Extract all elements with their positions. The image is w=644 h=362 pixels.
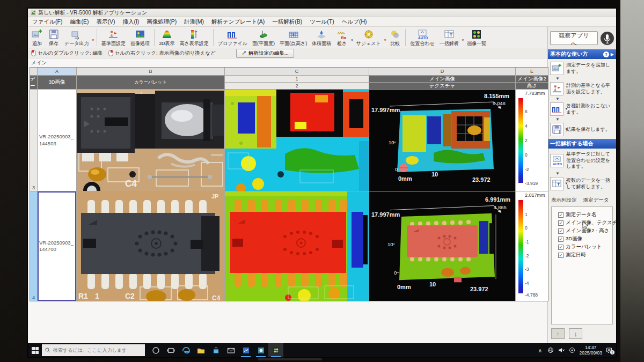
suggest-button[interactable]: サジェスト <box>354 28 383 48</box>
column-header-e[interactable]: E <box>516 68 548 75</box>
guide-step-add[interactable]: 測定データを追加します。 <box>549 61 615 76</box>
cell-name-row3[interactable]: VR-20250903_144503 <box>38 90 76 191</box>
store-button[interactable] <box>208 343 223 357</box>
menu-template[interactable]: 解析テンプレート(A) <box>211 18 265 26</box>
save-button[interactable]: 保存 <box>46 28 62 48</box>
network-icon[interactable] <box>547 346 554 354</box>
header-color-palette[interactable]: カラーパレット <box>77 76 224 89</box>
volume-muted-icon[interactable] <box>558 346 565 354</box>
header-measure-data-name[interactable]: 測定データ名 <box>30 76 37 89</box>
grid-corner[interactable] <box>30 68 37 75</box>
suggest-dropdown[interactable]: ▾ <box>384 38 387 42</box>
taskbar-search-box[interactable] <box>42 344 145 356</box>
checkbox-measure-datetime[interactable]: ✓測定日時 <box>558 252 611 258</box>
menu-batch-analysis[interactable]: 一括解析(B) <box>272 18 302 26</box>
guide-step-save[interactable]: ▾ 結果を保存します。 <box>549 122 615 137</box>
checkbox-measure-data-name[interactable]: ✓測定データ名 <box>558 211 611 218</box>
cell-3d-row3[interactable]: 17.997mm 8.155mm 9.048 10 0 0mm 10 23.97… <box>369 90 515 191</box>
view-3d-button[interactable]: 3D表示 <box>157 28 177 48</box>
cell-height-row4[interactable] <box>225 191 369 301</box>
move-up-button[interactable]: ↑ <box>551 328 565 339</box>
row-number-1[interactable]: 1 <box>225 76 369 82</box>
action-center-icon[interactable]: 1 <box>605 346 613 354</box>
defender-icon[interactable] <box>568 346 576 354</box>
column-header-d[interactable]: D <box>369 68 515 75</box>
voice-assistant-icon[interactable] <box>601 32 614 45</box>
checkbox-color-palette[interactable]: ✓カラーパレット <box>558 243 611 250</box>
batch-analysis-button[interactable]: 一括解析 <box>437 28 461 48</box>
profile-button[interactable]: プロファイル <box>216 28 250 48</box>
menu-help[interactable]: ヘルプ(H) <box>342 18 367 26</box>
batch-step-analyze[interactable]: ▾ 複数のデータを一括して解析します。 <box>549 176 615 191</box>
cell-palette-row4[interactable]: 2.017mm 1 0 -1 -2 -3 -4 -4.788 <box>516 191 548 301</box>
edit-analysis-settings-button[interactable]: 解析設定の編集... <box>236 49 294 58</box>
cell-name-row4-selected[interactable]: VR-20250903_144700 <box>38 191 76 301</box>
help-icon[interactable]: ? <box>603 51 609 57</box>
batch-analysis-dropdown[interactable]: ▾ <box>462 38 465 42</box>
start-button[interactable] <box>28 343 42 357</box>
app-button-1[interactable] <box>238 343 253 357</box>
task-view-button[interactable] <box>163 343 178 357</box>
header-main-image2[interactable]: メイン画像2 <box>516 76 548 82</box>
header-height[interactable]: 高さ <box>516 83 548 89</box>
add-data-button[interactable]: 追加 <box>29 28 45 48</box>
menu-image-processing[interactable]: 画像処理(P) <box>147 18 177 26</box>
menu-edit[interactable]: 編集(E) <box>70 18 89 26</box>
row-number-2[interactable]: 2 <box>225 83 369 89</box>
search-input[interactable] <box>53 348 139 353</box>
row-number-4[interactable]: 4 <box>30 191 37 301</box>
compare-button[interactable]: 比較 <box>387 28 403 48</box>
menu-view[interactable]: 表示(V) <box>96 18 115 26</box>
column-header-a[interactable]: A <box>38 68 76 75</box>
batch-step-align[interactable]: AUTO 基準データに対して位置合わせの設定をします。 <box>549 150 615 171</box>
edge-icon <box>182 346 190 354</box>
data-export-dropdown[interactable]: ▾ <box>91 38 94 42</box>
move-down-button[interactable]: ↓ <box>569 328 582 339</box>
cortana-button[interactable] <box>148 343 163 357</box>
header-texture[interactable]: テクスチャ <box>369 83 515 89</box>
cell-texture-row3[interactable]: C4 <box>77 90 224 191</box>
app-button-2[interactable] <box>253 343 268 357</box>
save-icon: ▾ <box>550 123 564 136</box>
roughness-button[interactable]: Ra 粗さ <box>334 28 350 48</box>
row-number-3[interactable]: 3 <box>30 90 37 191</box>
cell-texture-row4[interactable]: R1 1 C2 C4 JP <box>77 191 224 301</box>
cell-height-row3[interactable] <box>225 90 369 191</box>
guide-step-measure[interactable]: ▾ 各種計測をおこないます。 <box>549 101 615 117</box>
sheet-tab-main[interactable]: メイン <box>31 60 47 67</box>
volume-area-button[interactable]: 体積面積 <box>310 28 333 48</box>
cell-palette-row3[interactable]: 7.783mm 6 4 2 0 -2 -3.919 <box>516 90 548 191</box>
point-height-button[interactable]: 平面(点高さ) <box>277 28 309 48</box>
menu-measure[interactable]: 計測(M) <box>184 18 204 26</box>
collapse-arrow-icon[interactable]: ▶ <box>611 52 614 57</box>
measure-data-tab[interactable]: 測定データ <box>583 197 609 204</box>
align-button[interactable]: AUTO 位置合わせ <box>408 28 436 48</box>
tray-chevron-icon[interactable]: ∧ <box>536 346 544 354</box>
column-header-c[interactable]: C <box>225 68 369 75</box>
app-button-analysis-active[interactable] <box>268 343 283 357</box>
edge-button[interactable] <box>178 343 193 357</box>
dropdown-arrow-icon[interactable]: ▾ <box>565 107 567 111</box>
image-processing-button[interactable]: 画像処理 <box>128 28 152 48</box>
guide-step-reference-plane[interactable]: 計測の基準となる平面を設定します。 <box>549 81 615 97</box>
header-main-image[interactable]: メイン画像 <box>369 76 515 82</box>
to-observation-app-button[interactable]: 観察アプリへ <box>550 31 598 45</box>
checkbox-3d-image[interactable]: ✓3D画像 <box>558 235 611 242</box>
menu-insert[interactable]: 挿入(I) <box>122 18 139 26</box>
height-display-button[interactable]: 高さ表示設定 <box>177 28 210 48</box>
menu-file[interactable]: ファイル(F) <box>32 18 62 26</box>
menu-tools[interactable]: ツール(T) <box>310 18 334 26</box>
dropdown-arrow-icon[interactable]: ▾ <box>565 181 567 186</box>
taskbar-clock[interactable]: 14:47 2025/09/03 <box>579 345 602 356</box>
image-list-button[interactable]: 画像一覧 <box>465 28 488 48</box>
column-header-b[interactable]: B <box>77 68 224 75</box>
roughness-dropdown[interactable]: ▾ <box>350 38 354 42</box>
cell-3d-row4[interactable]: 17.997mm 6.991mm 4.865 10 0 0mm 10 23.97… <box>369 191 515 301</box>
data-export-button[interactable]: データ出力 <box>62 28 91 48</box>
header-3d-image[interactable]: 3D画像 <box>38 76 76 89</box>
dropdown-arrow-icon[interactable]: ▾ <box>565 127 567 131</box>
file-explorer-button[interactable] <box>193 343 208 357</box>
mail-button[interactable] <box>223 343 238 357</box>
flatness-button[interactable]: 面(平面度) <box>250 28 277 48</box>
reference-plane-button[interactable]: 基準面設定 <box>99 28 128 48</box>
